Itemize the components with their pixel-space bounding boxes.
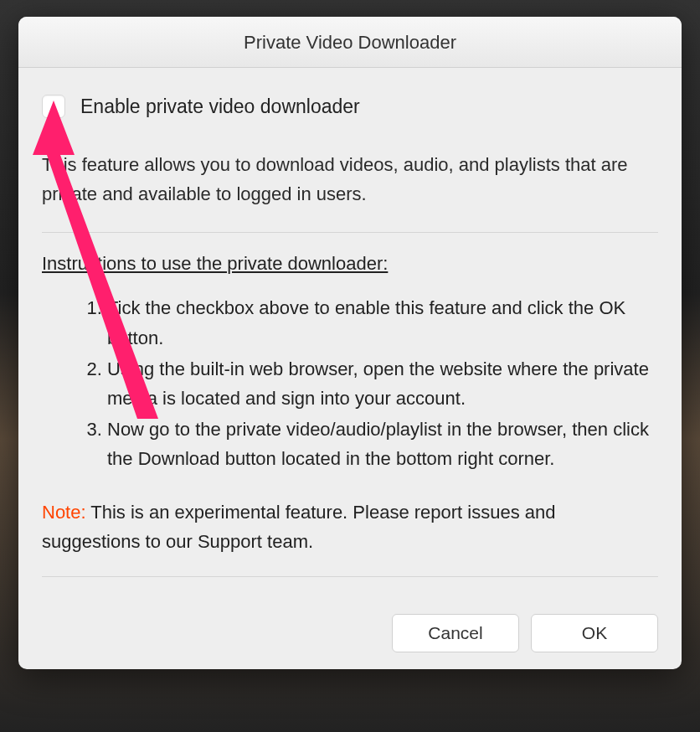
divider-bottom (42, 576, 658, 577)
divider-top (42, 232, 658, 233)
dialog-title: Private Video Downloader (18, 32, 682, 54)
enable-private-downloader-checkbox[interactable] (42, 95, 65, 118)
cancel-button[interactable]: Cancel (392, 614, 519, 652)
note-block: Note: This is an experimental feature. P… (42, 497, 658, 556)
instruction-item-1: Tick the checkbox above to enable this f… (107, 293, 658, 352)
note-label: Note: (42, 502, 86, 523)
enable-checkbox-label: Enable private video downloader (80, 95, 360, 118)
instruction-item-2: Using the built-in web browser, open the… (107, 354, 658, 413)
dialog-titlebar: Private Video Downloader (18, 17, 682, 68)
instructions-heading: Instructions to use the private download… (42, 253, 658, 275)
private-video-downloader-dialog: Private Video Downloader Enable private … (18, 17, 682, 669)
ok-button[interactable]: OK (531, 614, 658, 652)
instruction-item-3: Now go to the private video/audio/playli… (107, 415, 658, 473)
note-text: This is an experimental feature. Please … (42, 502, 556, 552)
dialog-body: Enable private video downloader This fea… (18, 68, 682, 669)
instructions-list: Tick the checkbox above to enable this f… (42, 293, 658, 473)
feature-description: This feature allows you to download vide… (42, 150, 658, 209)
dialog-button-row: Cancel OK (42, 597, 658, 652)
enable-checkbox-row: Enable private video downloader (42, 95, 658, 118)
